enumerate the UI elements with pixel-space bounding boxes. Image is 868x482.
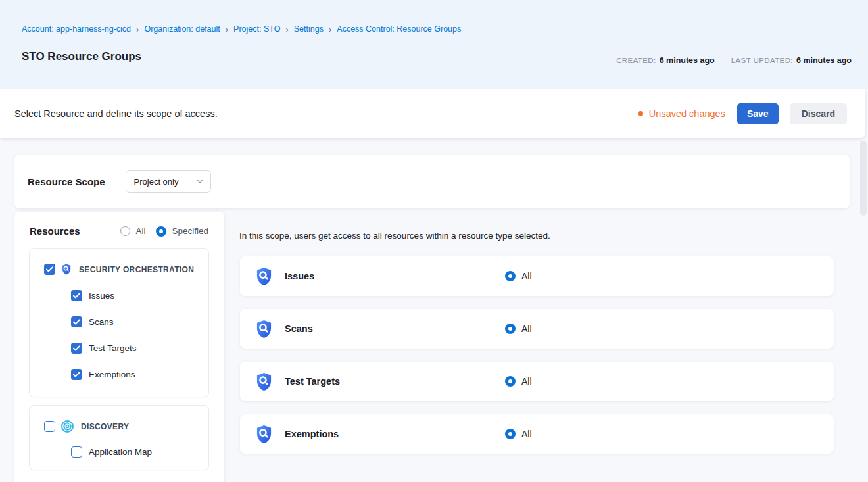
shield-search-icon bbox=[255, 320, 273, 339]
group-checkbox-row[interactable]: DISCOVERY bbox=[44, 420, 208, 433]
content-area: Resource Scope Project only Resources Al… bbox=[0, 138, 868, 482]
scope-description: In this scope, users get access to all r… bbox=[239, 231, 550, 241]
resource-item-label: Scans bbox=[89, 317, 114, 327]
chevron-right-icon: › bbox=[226, 25, 228, 34]
resource-scope-label: Resource Scope bbox=[28, 176, 105, 187]
unsaved-changes-status: Unsaved changes bbox=[638, 108, 725, 119]
resource-scope-select[interactable]: Project only bbox=[126, 170, 211, 193]
checkbox-checked-icon bbox=[71, 290, 82, 301]
meta-divider bbox=[723, 55, 723, 65]
resource-checkbox-row[interactable]: Scans bbox=[71, 316, 208, 327]
resource-card-title: Scans bbox=[285, 324, 313, 334]
resource-scope-card: Resource Scope Project only bbox=[14, 155, 850, 208]
radio-all-label: All bbox=[135, 226, 145, 236]
checkbox-checked-icon bbox=[71, 343, 82, 354]
chevron-right-icon: › bbox=[329, 25, 331, 34]
resources-panel-header: Resources All Specified bbox=[14, 212, 224, 237]
resource-item-label: Application Map bbox=[89, 447, 152, 457]
chevron-right-icon: › bbox=[285, 25, 288, 34]
chevron-down-icon bbox=[196, 178, 204, 185]
resource-checkbox-row[interactable]: Application Map bbox=[71, 446, 208, 458]
resource-card-test-targets: Test Targets All bbox=[240, 362, 834, 401]
unsaved-dot-icon bbox=[638, 111, 643, 116]
radio-selected-icon bbox=[505, 429, 516, 439]
shield-search-icon bbox=[255, 267, 273, 286]
shield-search-icon bbox=[255, 425, 273, 444]
checkbox-checked-icon bbox=[71, 316, 82, 327]
access-radio-all[interactable]: All bbox=[505, 429, 532, 439]
resource-card-exemptions: Exemptions All bbox=[240, 414, 834, 454]
resource-item-label: Exemptions bbox=[89, 370, 135, 379]
resources-mode-radios: All Specified bbox=[120, 226, 208, 237]
security-shield-icon bbox=[61, 264, 72, 275]
radio-specified-label: Specified bbox=[172, 226, 208, 236]
vertical-scrollbar-thumb[interactable] bbox=[860, 141, 867, 216]
group-checkbox-row[interactable]: SECURITY ORCHESTRATION bbox=[44, 264, 208, 275]
resource-card-title: Issues bbox=[285, 271, 314, 281]
access-label: All bbox=[521, 324, 532, 334]
radio-unselected-icon bbox=[120, 226, 130, 236]
discard-button[interactable]: Discard bbox=[790, 103, 847, 124]
breadcrumb-organization[interactable]: Organization: default bbox=[144, 24, 220, 34]
resource-checkbox-row[interactable]: Issues bbox=[71, 290, 208, 301]
chevron-right-icon: › bbox=[136, 25, 139, 34]
radio-selected-icon bbox=[505, 271, 516, 281]
resource-checkbox-row[interactable]: Exemptions bbox=[71, 369, 208, 380]
header-meta: CREATED: 6 minutes ago LAST UPDATED: 6 m… bbox=[616, 55, 852, 65]
breadcrumb-settings[interactable]: Settings bbox=[294, 24, 324, 34]
breadcrumb-project[interactable]: Project: STO bbox=[233, 24, 280, 34]
group-label: SECURITY ORCHESTRATION bbox=[79, 265, 194, 274]
radio-selected-icon bbox=[505, 376, 516, 387]
resource-scope-selected-value: Project only bbox=[134, 177, 179, 187]
access-label: All bbox=[521, 376, 532, 387]
radio-specified[interactable]: Specified bbox=[156, 226, 208, 237]
toolbar-description: Select Resource and define its scope of … bbox=[14, 108, 218, 119]
discovery-radar-icon bbox=[61, 420, 74, 433]
page-header: Account: app-harness-ng-cicd › Organizat… bbox=[0, 0, 868, 89]
access-radio-all[interactable]: All bbox=[505, 271, 532, 281]
checkbox-unchecked-icon bbox=[44, 421, 55, 432]
unsaved-changes-label: Unsaved changes bbox=[649, 108, 725, 119]
breadcrumb-account[interactable]: Account: app-harness-ng-cicd bbox=[22, 24, 131, 34]
created-label: CREATED: bbox=[616, 57, 656, 64]
last-updated-label: LAST UPDATED: bbox=[731, 57, 793, 64]
radio-selected-icon bbox=[156, 226, 166, 237]
created-value: 6 minutes ago bbox=[660, 56, 715, 65]
breadcrumb: Account: app-harness-ng-cicd › Organizat… bbox=[22, 24, 461, 34]
toolbar: Select Resource and define its scope of … bbox=[0, 89, 865, 138]
shield-search-icon bbox=[255, 372, 273, 391]
resource-card-title: Exemptions bbox=[285, 429, 339, 439]
radio-all[interactable]: All bbox=[120, 226, 145, 236]
checkbox-unchecked-icon bbox=[71, 446, 82, 458]
checkbox-checked-icon bbox=[44, 264, 55, 275]
resource-checkbox-row[interactable]: Test Targets bbox=[71, 343, 208, 354]
access-label: All bbox=[521, 429, 532, 439]
access-radio-all[interactable]: All bbox=[505, 376, 532, 387]
resource-card-scans: Scans All bbox=[240, 309, 834, 349]
resource-item-label: Issues bbox=[89, 291, 114, 301]
checkbox-checked-icon bbox=[71, 369, 82, 380]
group-label: DISCOVERY bbox=[81, 422, 129, 431]
radio-selected-icon bbox=[505, 324, 516, 334]
resource-item-label: Test Targets bbox=[89, 343, 137, 353]
resource-card-issues: Issues All bbox=[240, 256, 834, 296]
resources-panel: Resources All Specified bbox=[14, 212, 224, 482]
page-title: STO Resource Groups bbox=[22, 50, 141, 63]
save-button[interactable]: Save bbox=[737, 103, 779, 124]
last-updated-value: 6 minutes ago bbox=[796, 56, 852, 65]
resource-group-security-orchestration: SECURITY ORCHESTRATION Issues Scans Test… bbox=[29, 248, 209, 397]
breadcrumb-access-control[interactable]: Access Control: Resource Groups bbox=[337, 24, 461, 34]
resource-card-title: Test Targets bbox=[285, 376, 340, 387]
resources-title: Resources bbox=[30, 226, 80, 237]
resource-group-discovery: DISCOVERY Application Map bbox=[29, 405, 209, 470]
access-radio-all[interactable]: All bbox=[505, 324, 532, 334]
access-label: All bbox=[521, 271, 532, 281]
